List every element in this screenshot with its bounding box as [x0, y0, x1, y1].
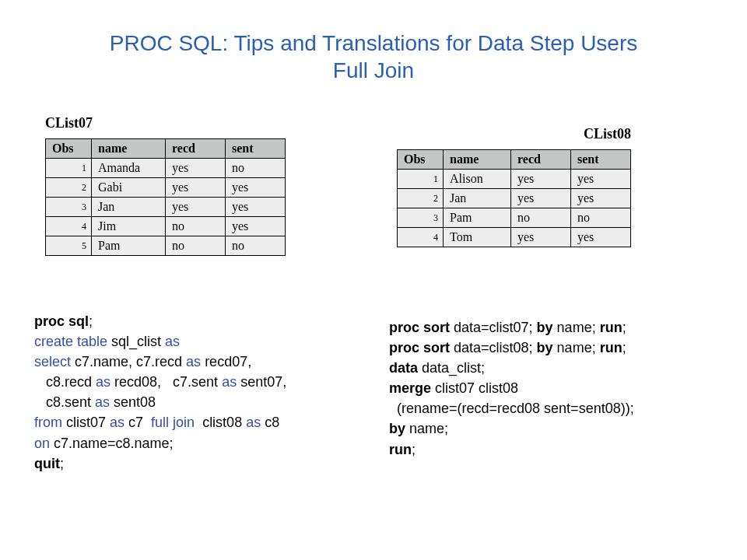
table-row: 5Pamnono — [46, 236, 286, 256]
code-line: proc sort data=clist07; by name; run; — [389, 317, 724, 338]
datastep-code-block: proc sort data=clist07; by name; run; pr… — [389, 317, 724, 460]
code-line: on c7.name=c8.name; — [34, 433, 369, 453]
col-name: name — [444, 150, 511, 170]
table-row: 1Amandayesno — [46, 159, 286, 178]
col-obs: Obs — [398, 150, 444, 170]
table-row: 1Alisonyesyes — [398, 170, 631, 189]
col-sent: sent — [226, 139, 286, 159]
sql-code-block: proc sql; create table sql_clist as sele… — [34, 311, 369, 474]
col-sent: sent — [571, 150, 631, 170]
code-line: proc sql; — [34, 311, 369, 331]
code-line: (rename=(recd=recd08 sent=sent08)); — [389, 398, 724, 418]
table-row: 3Janyesyes — [46, 198, 286, 217]
table-row: 3Pamnono — [398, 208, 631, 228]
table-header-row: Obs name recd sent — [398, 150, 631, 170]
right-table-caption: CList08 — [584, 126, 631, 142]
table-row: 2Gabiyesyes — [46, 178, 286, 198]
code-line: c8.recd as recd08, c7.sent as sent07, — [34, 372, 369, 392]
code-line: run; — [389, 439, 724, 460]
col-recd: recd — [511, 150, 571, 170]
right-table: Obs name recd sent 1Alisonyesyes 2Janyes… — [397, 149, 631, 247]
left-table-caption: CList07 — [45, 115, 93, 131]
code-line: select c7.name, c7.recd as recd07, — [34, 352, 369, 372]
table-row: 4Jimnoyes — [46, 217, 286, 236]
code-line: merge clist07 clist08 — [389, 378, 724, 398]
left-table: Obs name recd sent 1Amandayesno 2Gabiyes… — [45, 138, 286, 256]
table-row: 4Tomyesyes — [398, 228, 631, 247]
col-name: name — [92, 139, 166, 159]
title-line2: Full Join — [333, 58, 414, 82]
col-obs: Obs — [46, 139, 92, 159]
table-row: 2Janyesyes — [398, 189, 631, 208]
table-header-row: Obs name recd sent — [46, 139, 286, 159]
code-line: proc sort data=clist08; by name; run; — [389, 338, 724, 358]
code-line: data data_clist; — [389, 358, 724, 378]
slide-title: PROC SQL: Tips and Translations for Data… — [0, 0, 747, 84]
col-recd: recd — [166, 139, 226, 159]
code-line: by name; — [389, 418, 724, 439]
code-line: quit; — [34, 453, 369, 474]
code-line: create table sql_clist as — [34, 331, 369, 352]
title-line1: PROC SQL: Tips and Translations for Data… — [110, 31, 638, 55]
code-line: from clist07 as c7 full join clist08 as … — [34, 412, 369, 432]
code-line: c8.sent as sent08 — [34, 392, 369, 412]
